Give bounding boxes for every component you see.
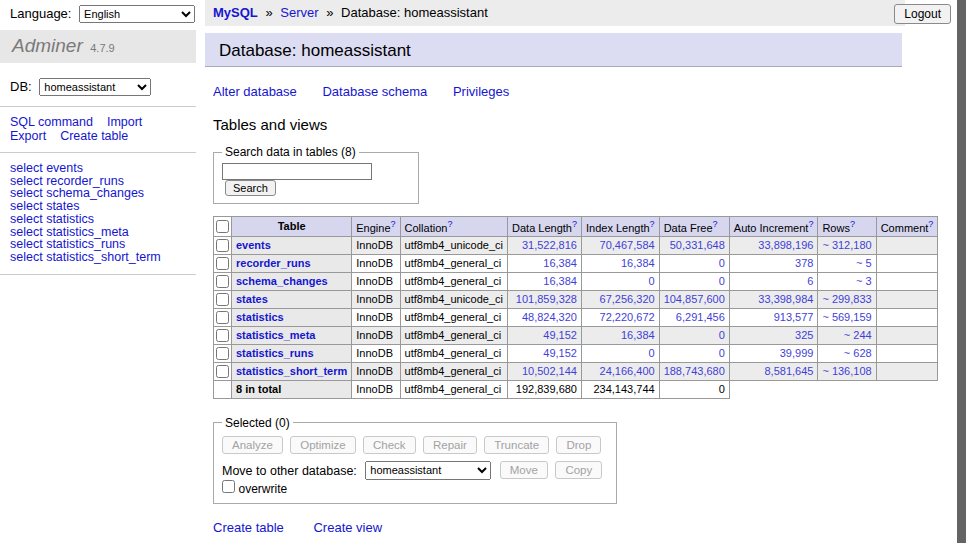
row-checkbox[interactable] (216, 293, 229, 306)
row-checkbox[interactable] (216, 347, 229, 360)
sidebar-link-create-table[interactable]: Create table (60, 129, 128, 143)
sidebar-link-import[interactable]: Import (107, 115, 142, 129)
search-input[interactable] (222, 163, 372, 180)
vertical-scrollbar[interactable] (957, 0, 966, 543)
index-length-cell[interactable]: 70,467,584 (581, 236, 659, 254)
help-link[interactable]: ? (928, 219, 933, 229)
rows-cell[interactable]: ~ 569,159 (818, 308, 876, 326)
logout-button[interactable]: Logout (894, 4, 951, 24)
sidebar-item-select-statistics-short-term[interactable]: select statistics_short_term (10, 251, 161, 264)
data-free-cell[interactable]: 0 (659, 344, 729, 362)
row-checkbox[interactable] (216, 329, 229, 342)
index-length-cell[interactable]: 16,384 (581, 326, 659, 344)
table-link[interactable]: events (236, 239, 271, 251)
index-length-cell[interactable]: 0 (581, 344, 659, 362)
truncate-button[interactable]: Truncate (484, 436, 549, 454)
sidebar-item-select-statistics[interactable]: select statistics (10, 213, 94, 226)
sidebar-link-export[interactable]: Export (10, 129, 46, 143)
data-length-cell[interactable]: 10,502,144 (508, 362, 582, 380)
data-length-cell[interactable]: 16,384 (508, 272, 582, 290)
rows-cell[interactable]: ~ 136,108 (818, 362, 876, 380)
move-database-select[interactable]: homeassistant (365, 461, 491, 480)
language-label: Language: (10, 6, 71, 21)
table-link[interactable]: statistics_runs (236, 347, 314, 359)
select-all-checkbox[interactable] (216, 220, 229, 233)
analyze-button[interactable]: Analyze (222, 436, 283, 454)
create-view-link[interactable]: Create view (313, 520, 382, 535)
repair-button[interactable]: Repair (423, 436, 477, 454)
column-header-data-free: Data Free? (659, 217, 729, 237)
database-schema-link[interactable]: Database schema (322, 84, 427, 99)
rows-cell[interactable]: ~ 299,833 (818, 290, 876, 308)
table-link[interactable]: states (236, 293, 268, 305)
index-length-cell[interactable]: 72,220,672 (581, 308, 659, 326)
data-free-cell[interactable]: 0 (659, 326, 729, 344)
sidebar-item-select-events[interactable]: select events (10, 162, 83, 175)
data-length-cell[interactable]: 49,152 (508, 326, 582, 344)
table-link[interactable]: statistics_meta (236, 329, 316, 341)
data-free-cell[interactable]: 0 (659, 254, 729, 272)
collation-cell: utf8mb4_unicode_ci (400, 290, 507, 308)
data-free-cell[interactable]: 50,331,648 (659, 236, 729, 254)
sidebar-item-select-states[interactable]: select states (10, 200, 79, 213)
rows-cell[interactable]: ~ 628 (818, 344, 876, 362)
rows-cell[interactable]: ~ 244 (818, 326, 876, 344)
data-free-total: 0 (659, 380, 729, 398)
data-free-cell[interactable]: 0 (659, 272, 729, 290)
overwrite-checkbox[interactable] (222, 480, 235, 493)
help-link[interactable]: ? (447, 219, 452, 229)
rows-cell[interactable]: ~ 312,180 (818, 236, 876, 254)
breadcrumb-driver-link[interactable]: MySQL (213, 5, 258, 20)
help-link[interactable]: ? (650, 219, 655, 229)
data-length-cell[interactable]: 16,384 (508, 254, 582, 272)
optimize-button[interactable]: Optimize (290, 436, 355, 454)
table-link[interactable]: recorder_runs (236, 257, 311, 269)
alter-database-link[interactable]: Alter database (213, 84, 297, 99)
create-table-link[interactable]: Create table (213, 520, 284, 535)
index-length-cell[interactable]: 67,256,320 (581, 290, 659, 308)
help-link[interactable]: ? (808, 219, 813, 229)
data-free-cell[interactable]: 104,857,600 (659, 290, 729, 308)
help-link[interactable]: ? (713, 219, 718, 229)
table-link[interactable]: statistics_short_term (236, 365, 347, 377)
rows-cell[interactable]: ~ 3 (818, 272, 876, 290)
comment-cell (876, 326, 938, 344)
language-select[interactable]: English (79, 5, 195, 23)
rows-cell[interactable]: ~ 5 (818, 254, 876, 272)
index-length-cell[interactable]: 24,166,400 (581, 362, 659, 380)
data-length-cell[interactable]: 49,152 (508, 344, 582, 362)
row-checkbox[interactable] (216, 275, 229, 288)
search-button[interactable]: Search (225, 180, 276, 196)
overwrite-label[interactable]: overwrite (238, 482, 287, 496)
row-checkbox[interactable] (216, 257, 229, 270)
data-length-cell[interactable]: 48,824,320 (508, 308, 582, 326)
help-link[interactable]: ? (391, 219, 396, 229)
check-button[interactable]: Check (363, 436, 416, 454)
row-checkbox[interactable] (216, 239, 229, 252)
index-length-cell[interactable]: 16,384 (581, 254, 659, 272)
row-checkbox[interactable] (216, 365, 229, 378)
copy-button[interactable]: Copy (555, 461, 602, 479)
help-link[interactable]: ? (572, 219, 577, 229)
sidebar-link-sql-command[interactable]: SQL command (10, 115, 93, 129)
engine-cell: InnoDB (352, 254, 400, 272)
help-link[interactable]: ? (850, 219, 855, 229)
db-label: DB: (10, 79, 32, 94)
data-free-cell[interactable]: 6,291,456 (659, 308, 729, 326)
data-length-cell[interactable]: 31,522,816 (508, 236, 582, 254)
move-button[interactable]: Move (500, 461, 548, 479)
privileges-link[interactable]: Privileges (453, 84, 509, 99)
table-link[interactable]: statistics (236, 311, 284, 323)
sidebar-actions: SQL commandImport ExportCreate table (0, 107, 196, 152)
row-checkbox[interactable] (216, 311, 229, 324)
auto-increment-cell: 913,577 (729, 308, 818, 326)
data-length-cell[interactable]: 101,859,328 (508, 290, 582, 308)
language-row: Language: English (0, 0, 196, 28)
drop-button[interactable]: Drop (556, 436, 601, 454)
index-length-cell[interactable]: 0 (581, 272, 659, 290)
breadcrumb-server-link[interactable]: Server (280, 5, 318, 20)
db-select[interactable]: homeassistant (39, 78, 151, 96)
data-free-cell[interactable]: 188,743,680 (659, 362, 729, 380)
table-link[interactable]: schema_changes (236, 275, 328, 287)
sidebar-table-links: select events select recorder_runs selec… (0, 153, 196, 274)
